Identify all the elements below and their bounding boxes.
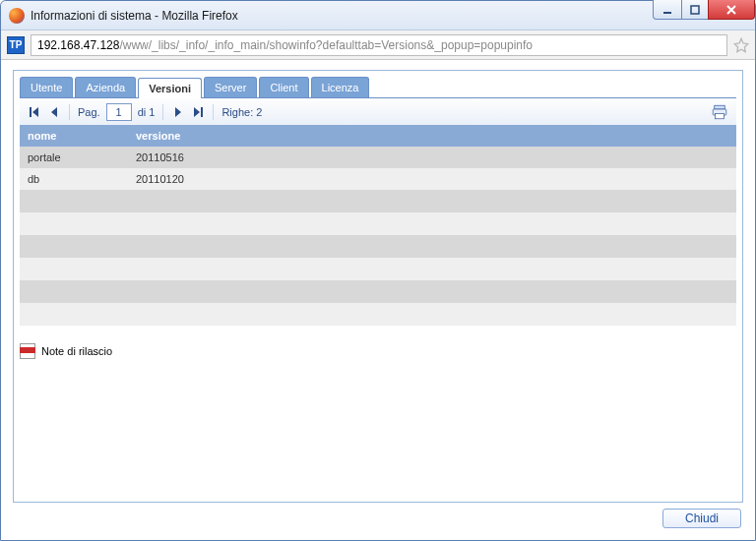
first-page-icon[interactable] bbox=[28, 105, 41, 119]
page-label: Pag. bbox=[78, 106, 100, 118]
cell-nome: portale bbox=[20, 147, 128, 168]
url-host: 192.168.47.128 bbox=[37, 38, 119, 52]
tab-licenza[interactable]: Licenza bbox=[311, 77, 370, 97]
titlebar: Informazioni di sistema - Mozilla Firefo… bbox=[1, 1, 755, 30]
table-row-empty bbox=[20, 280, 736, 303]
info-panel: Utente Azienda Versioni Server Client Li… bbox=[13, 70, 743, 503]
svg-rect-4 bbox=[715, 105, 725, 109]
svg-rect-1 bbox=[691, 6, 699, 14]
release-notes-link[interactable]: Note di rilascio bbox=[20, 343, 736, 359]
firefox-icon bbox=[9, 8, 25, 24]
tab-client[interactable]: Client bbox=[259, 77, 308, 97]
pager-toolbar: Pag. di 1 Righe: 2 bbox=[20, 97, 736, 125]
site-favicon-icon: TP bbox=[7, 36, 25, 54]
table-body: portale 20110516 db 20110120 bbox=[20, 147, 736, 326]
col-nome[interactable]: nome bbox=[20, 125, 128, 147]
page-input[interactable] bbox=[106, 103, 132, 121]
url-input[interactable]: 192.168.47.128/www/_libs/_info/_info_mai… bbox=[31, 34, 727, 56]
table-row-empty bbox=[20, 258, 736, 280]
table-row[interactable]: db 20110120 bbox=[20, 168, 736, 190]
footer: Chiudi bbox=[13, 503, 743, 532]
col-versione[interactable]: versione bbox=[128, 125, 736, 147]
minimize-button[interactable] bbox=[653, 0, 682, 20]
table-row-empty bbox=[20, 190, 736, 212]
maximize-button[interactable] bbox=[681, 0, 709, 20]
tab-server[interactable]: Server bbox=[204, 77, 257, 97]
release-notes-label: Note di rilascio bbox=[41, 345, 112, 357]
page-content: Utente Azienda Versioni Server Client Li… bbox=[1, 60, 755, 540]
window-buttons bbox=[654, 0, 755, 20]
table-header: nome versione bbox=[20, 125, 736, 147]
table-row-empty bbox=[20, 303, 736, 326]
url-bar: TP 192.168.47.128/www/_libs/_info/_info_… bbox=[1, 30, 755, 60]
table-row-empty bbox=[20, 212, 736, 235]
url-path: /www/_libs/_info/_info_main/showinfo?def… bbox=[119, 38, 533, 52]
table-row-empty bbox=[20, 235, 736, 258]
svg-rect-2 bbox=[30, 107, 32, 117]
window-title: Informazioni di sistema - Mozilla Firefo… bbox=[31, 9, 238, 23]
print-icon[interactable] bbox=[711, 103, 728, 121]
pdf-icon bbox=[20, 343, 35, 359]
tab-bar: Utente Azienda Versioni Server Client Li… bbox=[14, 71, 742, 97]
tab-azienda[interactable]: Azienda bbox=[75, 77, 136, 97]
last-page-icon[interactable] bbox=[191, 105, 205, 119]
cell-versione: 20110516 bbox=[128, 147, 736, 168]
versions-table: nome versione portale 20110516 db 201101… bbox=[20, 125, 736, 326]
page-of-label: di 1 bbox=[138, 106, 156, 118]
svg-rect-3 bbox=[201, 107, 203, 117]
cell-nome: db bbox=[20, 168, 128, 190]
next-page-icon[interactable] bbox=[171, 105, 185, 119]
close-button[interactable]: Chiudi bbox=[662, 509, 741, 528]
bookmark-star-icon[interactable] bbox=[733, 37, 749, 53]
svg-rect-0 bbox=[663, 12, 671, 14]
svg-rect-6 bbox=[716, 113, 724, 118]
browser-window: Informazioni di sistema - Mozilla Firefo… bbox=[0, 0, 756, 541]
close-window-button[interactable] bbox=[708, 0, 755, 20]
tab-utente[interactable]: Utente bbox=[20, 77, 73, 97]
prev-page-icon[interactable] bbox=[47, 105, 61, 119]
rows-label: Righe: 2 bbox=[221, 106, 262, 118]
table-row[interactable]: portale 20110516 bbox=[20, 147, 736, 168]
cell-versione: 20110120 bbox=[128, 168, 736, 190]
tab-versioni[interactable]: Versioni bbox=[138, 78, 202, 98]
